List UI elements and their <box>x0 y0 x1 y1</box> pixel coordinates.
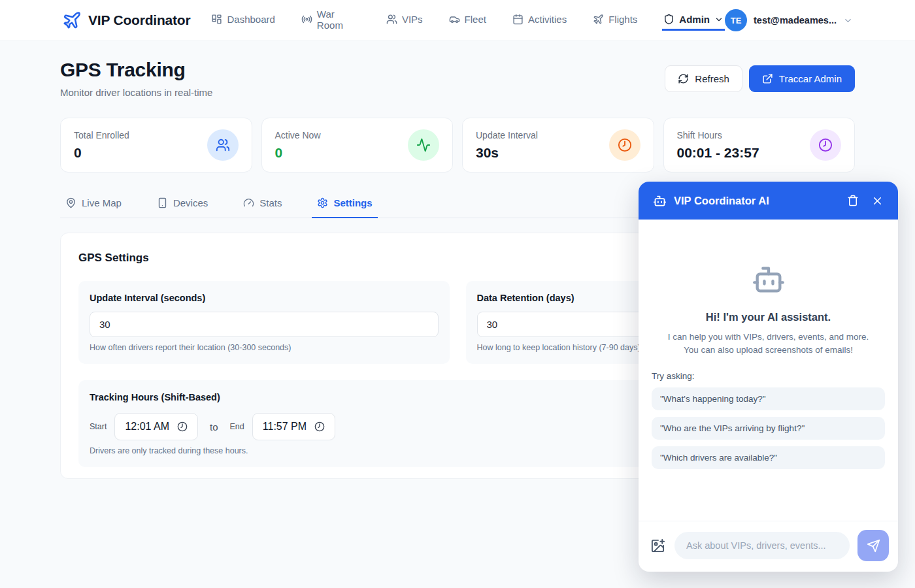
nav-item-activities[interactable]: Activities <box>511 10 568 31</box>
plane-icon <box>593 14 604 25</box>
close-chat-button[interactable] <box>869 192 886 210</box>
upload-image-button[interactable] <box>649 537 667 555</box>
stat-label: Total Enrolled <box>74 130 129 140</box>
send-message-button[interactable] <box>857 530 889 561</box>
trash-icon <box>847 195 859 206</box>
chevron-down-icon <box>714 15 724 24</box>
car-icon <box>449 14 460 25</box>
radio-icon <box>301 14 312 25</box>
users-icon <box>386 14 397 25</box>
gauge-icon <box>243 197 254 208</box>
stat-card-shift-hours: Shift Hours 00:01 - 23:57 <box>663 118 856 172</box>
map-pin-icon <box>65 197 76 208</box>
top-navbar: VIP Coordinator Dashboard War Room VIPs … <box>0 0 915 41</box>
nav-item-dashboard[interactable]: Dashboard <box>210 10 276 31</box>
image-plus-icon <box>650 538 665 553</box>
user-email: test@madeames... <box>754 15 837 25</box>
update-interval-panel: Update Interval (seconds) How often driv… <box>78 281 450 364</box>
tab-label: Devices <box>173 197 208 208</box>
nav-label: VIPs <box>402 14 423 25</box>
plane-logo-icon <box>62 10 82 30</box>
end-time-value: 11:57 PM <box>263 421 307 433</box>
activity-icon <box>408 129 439 161</box>
stat-value: 30s <box>476 145 538 161</box>
suggestion-chip[interactable]: "Which drivers are available?" <box>652 446 885 469</box>
tab-stats[interactable]: Stats <box>238 191 287 218</box>
main-nav: Dashboard War Room VIPs Fleet Activities… <box>210 5 725 37</box>
tab-settings[interactable]: Settings <box>312 191 377 218</box>
nav-label: Admin <box>679 14 710 25</box>
send-icon <box>867 539 880 553</box>
nav-item-war-room[interactable]: War Room <box>300 5 361 37</box>
nav-label: War Room <box>317 8 360 31</box>
dashboard-icon <box>211 14 222 25</box>
traccar-admin-label: Traccar Admin <box>779 73 842 84</box>
nav-item-vips[interactable]: VIPs <box>385 10 424 31</box>
nav-label: Activities <box>528 14 567 25</box>
suggestion-chip[interactable]: "What's happening today?" <box>652 387 885 410</box>
stat-value: 0 <box>74 145 129 161</box>
chat-message-input[interactable] <box>674 532 850 559</box>
end-label: End <box>230 422 244 431</box>
ai-chat-widget: VIP Coordinator AI Hi! I'm your AI assis… <box>639 182 898 572</box>
chat-header: VIP Coordinator AI <box>639 182 898 220</box>
start-time-value: 12:01 AM <box>125 421 169 433</box>
suggestion-chip[interactable]: "Who are the VIPs arriving by flight?" <box>652 417 885 440</box>
brand[interactable]: VIP Coordinator <box>62 10 190 30</box>
traccar-admin-button[interactable]: Traccar Admin <box>749 65 855 92</box>
avatar: TE <box>725 9 747 31</box>
start-time-input[interactable]: 12:01 AM <box>114 413 198 440</box>
stat-label: Shift Hours <box>677 130 759 140</box>
chat-description-line2: You can also upload screenshots of email… <box>684 345 853 355</box>
stat-label: Active Now <box>275 130 321 140</box>
chevron-down-icon <box>843 16 853 25</box>
users-icon <box>207 129 239 161</box>
chat-greeting: Hi! I'm your AI assistant. <box>652 311 885 323</box>
update-interval-input[interactable] <box>90 312 439 337</box>
chat-title: VIP Coordinator AI <box>674 195 837 207</box>
page-subtitle: Monitor driver locations in real-time <box>60 87 212 98</box>
nav-label: Dashboard <box>227 14 274 25</box>
tab-label: Stats <box>259 197 282 208</box>
clock-icon <box>177 421 188 432</box>
user-menu[interactable]: TE test@madeames... <box>725 9 853 31</box>
bot-icon <box>653 194 667 208</box>
close-icon <box>871 195 884 207</box>
calendar-icon <box>512 14 524 25</box>
start-label: Start <box>90 422 107 431</box>
nav-item-fleet[interactable]: Fleet <box>448 10 488 31</box>
clear-chat-button[interactable] <box>844 192 861 209</box>
try-asking-label: Try asking: <box>652 371 885 381</box>
external-link-icon <box>762 73 773 84</box>
gear-icon <box>317 197 328 208</box>
tab-label: Live Map <box>82 197 122 208</box>
stat-card-total-enrolled: Total Enrolled 0 <box>60 118 252 172</box>
clock-icon <box>810 129 841 161</box>
smartphone-icon <box>157 197 168 208</box>
page-title: GPS Tracking <box>60 59 212 81</box>
stat-card-update-interval: Update Interval 30s <box>462 118 654 172</box>
stat-value: 00:01 - 23:57 <box>677 145 759 161</box>
tab-live-map[interactable]: Live Map <box>60 191 127 218</box>
refresh-icon <box>678 73 689 84</box>
stat-value: 0 <box>275 145 321 161</box>
refresh-button[interactable]: Refresh <box>665 65 742 92</box>
chat-body: Hi! I'm your AI assistant. I can help yo… <box>639 220 898 521</box>
shield-icon <box>663 14 674 25</box>
bot-icon <box>752 263 786 297</box>
stat-card-active-now: Active Now 0 <box>261 118 454 172</box>
nav-label: Flights <box>608 14 637 25</box>
page-header: GPS Tracking Monitor driver locations in… <box>60 59 855 98</box>
refresh-label: Refresh <box>695 73 729 84</box>
update-interval-label: Update Interval (seconds) <box>90 293 439 303</box>
to-joiner: to <box>210 421 218 433</box>
nav-item-flights[interactable]: Flights <box>591 10 639 31</box>
brand-title: VIP Coordinator <box>88 12 190 28</box>
nav-item-admin[interactable]: Admin <box>662 10 725 31</box>
tab-label: Settings <box>333 197 372 208</box>
chat-footer <box>639 521 898 572</box>
chat-description: I can help you with VIPs, drivers, event… <box>652 331 885 356</box>
chat-description-line1: I can help you with VIPs, drivers, event… <box>668 332 869 342</box>
tab-devices[interactable]: Devices <box>152 191 213 218</box>
end-time-input[interactable]: 11:57 PM <box>252 413 335 440</box>
